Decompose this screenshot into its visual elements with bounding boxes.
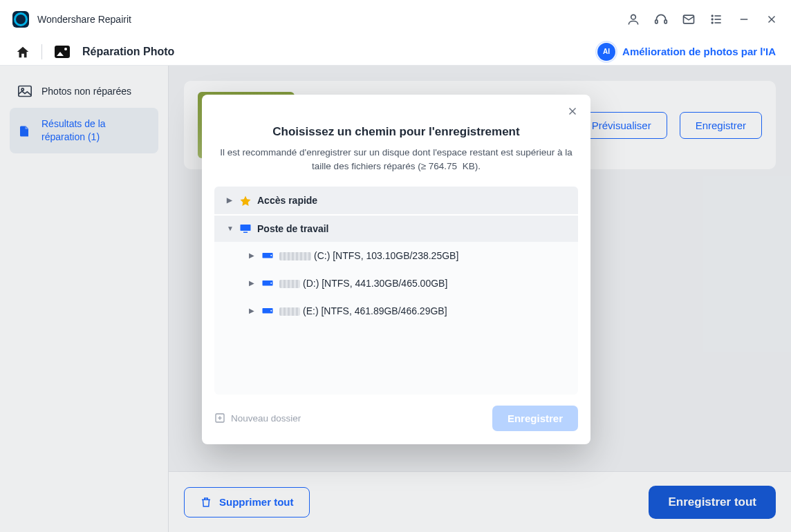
mail-icon[interactable] xyxy=(682,12,696,26)
modal-description: Il est recommandé d'enregistrer sur un d… xyxy=(218,146,574,174)
drive-label: (D:) [NTFS, 441.30GB/465.00GB] xyxy=(279,278,447,289)
svg-rect-2 xyxy=(664,19,667,23)
star-icon xyxy=(239,195,252,206)
titlebar-left: Wondershare Repairit xyxy=(12,11,131,28)
menu-list-icon[interactable] xyxy=(709,12,723,26)
titlebar-right xyxy=(626,12,779,26)
minimize-icon[interactable] xyxy=(737,12,751,26)
svg-rect-20 xyxy=(243,231,248,233)
save-path-modal: Choisissez un chemin pour l'enregistreme… xyxy=(202,95,590,444)
svg-point-8 xyxy=(711,22,713,23)
close-icon xyxy=(566,105,579,117)
tree-drive-c[interactable]: ▶ (C:) [NTFS, 103.10GB/238.25GB] xyxy=(214,242,578,269)
ai-badge-icon: AI xyxy=(597,43,615,61)
drive-info: (E:) [NTFS, 461.89GB/466.29GB] xyxy=(303,305,447,316)
subheader: Réparation Photo AI Amélioration de phot… xyxy=(0,38,791,66)
chevron-right-icon: ▶ xyxy=(249,279,256,287)
drive-info: (C:) [NTFS, 103.10GB/238.25GB] xyxy=(314,250,458,261)
svg-point-22 xyxy=(270,254,272,256)
modal-footer: Nouveau dossier Enregistrer xyxy=(214,404,578,432)
tree-this-pc[interactable]: ▼ Poste de travail xyxy=(214,214,578,242)
close-icon[interactable] xyxy=(765,12,779,26)
svg-point-6 xyxy=(711,19,713,20)
svg-rect-1 xyxy=(655,19,658,23)
folder-tree: ▶ Accès rapide ▼ Poste de travail ▶ (C:)… xyxy=(214,187,578,395)
home-icon[interactable] xyxy=(15,45,29,59)
modal-save-button[interactable]: Enregistrer xyxy=(492,406,578,431)
obscured-text xyxy=(279,307,300,316)
obscured-text xyxy=(279,280,300,288)
svg-point-4 xyxy=(711,15,713,17)
subheader-left: Réparation Photo xyxy=(15,44,174,59)
drive-info: (D:) [NTFS, 441.30GB/465.00GB] xyxy=(303,278,447,289)
drive-label: (E:) [NTFS, 461.89GB/466.29GB] xyxy=(279,305,447,316)
app-title: Wondershare Repairit xyxy=(37,14,131,25)
account-icon[interactable] xyxy=(626,12,640,26)
new-folder-button[interactable]: Nouveau dossier xyxy=(214,412,301,424)
tree-drive-e[interactable]: ▶ (E:) [NTFS, 461.89GB/466.29GB] xyxy=(214,297,578,325)
svg-point-24 xyxy=(270,282,272,283)
titlebar: Wondershare Repairit xyxy=(0,0,791,38)
chevron-right-icon: ▶ xyxy=(227,196,234,204)
svg-rect-19 xyxy=(241,225,251,231)
drive-icon xyxy=(261,305,274,316)
tree-label: Poste de travail xyxy=(257,223,329,234)
ai-enhance-link[interactable]: AI Amélioration de photos par l'IA xyxy=(597,43,776,61)
tree-drive-d[interactable]: ▶ (D:) [NTFS, 441.30GB/465.00GB] xyxy=(214,269,578,297)
app-logo-icon xyxy=(12,11,29,28)
svg-point-26 xyxy=(270,310,272,311)
drive-icon xyxy=(261,250,274,261)
new-folder-icon xyxy=(214,412,225,424)
tree-quick-access[interactable]: ▶ Accès rapide xyxy=(214,187,578,214)
support-icon[interactable] xyxy=(654,12,668,26)
tree-label: Accès rapide xyxy=(257,195,317,206)
modal-title: Choisissez un chemin pour l'enregistreme… xyxy=(214,125,578,139)
modal-close-button[interactable] xyxy=(564,103,581,120)
new-folder-label: Nouveau dossier xyxy=(231,413,301,424)
photo-repair-icon xyxy=(55,46,70,58)
section-title: Réparation Photo xyxy=(82,46,174,58)
svg-point-0 xyxy=(631,15,636,19)
ai-enhance-label: Amélioration de photos par l'IA xyxy=(622,46,776,57)
drive-icon xyxy=(261,278,274,289)
divider xyxy=(41,44,42,59)
obscured-text xyxy=(279,252,311,260)
chevron-right-icon: ▶ xyxy=(249,307,256,314)
drive-label: (C:) [NTFS, 103.10GB/238.25GB] xyxy=(279,250,458,261)
monitor-icon xyxy=(239,223,252,234)
chevron-right-icon: ▶ xyxy=(249,251,256,259)
chevron-down-icon: ▼ xyxy=(227,225,234,232)
